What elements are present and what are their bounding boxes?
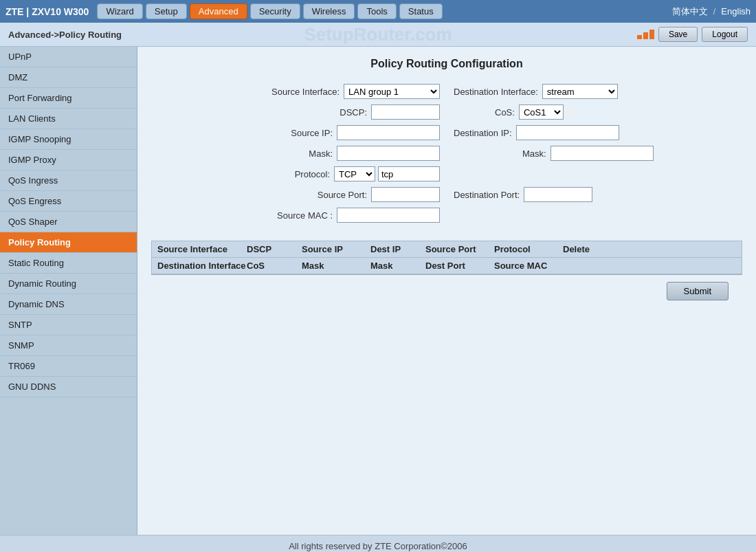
source-mac-row: Source MAC : <box>151 208 440 223</box>
nav-advanced[interactable]: Advanced <box>190 3 247 19</box>
sidebar-item-policy-routing[interactable]: Policy Routing <box>0 232 137 253</box>
dest-port-row: Destination Port: <box>454 187 742 202</box>
dest-ip-label: Destination IP: <box>454 128 512 138</box>
th-dest-port: Dest Port <box>425 261 494 271</box>
sidebar-item-sntp[interactable]: SNTP <box>0 315 137 335</box>
sidebar-item-tr069[interactable]: TR069 <box>0 356 137 377</box>
source-ip-input[interactable] <box>337 125 440 140</box>
dest-ip-row: Destination IP: <box>454 125 742 140</box>
source-mask-row: Mask: <box>151 146 440 161</box>
th-dscp: DSCP <box>247 244 302 254</box>
cos-row: CoS: CoS1 CoS2 <box>454 104 742 120</box>
sidebar-item-dmz[interactable]: DMZ <box>0 67 137 88</box>
content-area: Policy Routing Configuration Source Inte… <box>137 47 756 535</box>
cos-select[interactable]: CoS1 CoS2 <box>519 104 564 120</box>
nav-tools[interactable]: Tools <box>357 3 396 19</box>
sidebar-item-qos-ingress[interactable]: QoS Ingress <box>0 170 137 191</box>
table-header: Source Interface DSCP Source IP Dest IP … <box>151 241 742 274</box>
dest-ip-input[interactable] <box>516 125 619 140</box>
brand-name: ZTE | ZXV10 W300 <box>5 6 89 17</box>
watermark: SetupRouter.com <box>304 24 452 45</box>
source-interface-label: Source Interface: <box>271 87 340 97</box>
th-source-interface: Source Interface <box>157 244 247 254</box>
protocol-text-input[interactable] <box>378 166 440 181</box>
form-right-col: Destination Interface: stream CoS: CoS1 … <box>454 84 742 228</box>
cos-label: CoS: <box>495 107 515 118</box>
sidebar-item-static-routing[interactable]: Static Routing <box>0 253 137 274</box>
breadcrumb: Advanced->Policy Routing <box>8 30 122 40</box>
sidebar-item-dynamic-routing[interactable]: Dynamic Routing <box>0 274 137 294</box>
th-mask1: Mask <box>302 261 370 271</box>
sidebar-item-port-forwarding[interactable]: Port Forwarding <box>0 88 137 109</box>
footer-text: All rights reserved by ZTE Corporation©2… <box>289 541 467 551</box>
form-section: Source Interface: LAN group 1 DSCP: Sour… <box>151 84 742 228</box>
nav-wireless[interactable]: Wireless <box>303 3 355 19</box>
nav-status[interactable]: Status <box>399 3 443 19</box>
main-layout: UPnP DMZ Port Forwarding LAN Clients IGM… <box>0 47 756 535</box>
form-left-col: Source Interface: LAN group 1 DSCP: Sour… <box>151 84 440 228</box>
source-interface-select[interactable]: LAN group 1 <box>344 84 440 99</box>
nav-security[interactable]: Security <box>250 3 300 19</box>
dscp-label: DSCP: <box>340 107 367 118</box>
nav-setup[interactable]: Setup <box>146 3 187 19</box>
lang-cn[interactable]: 简体中文 <box>672 5 708 18</box>
sidebar-item-igmp-snooping[interactable]: IGMP Snooping <box>0 129 137 150</box>
lang-en[interactable]: English <box>721 6 751 16</box>
page-title: Policy Routing Configuration <box>151 58 742 70</box>
dest-interface-select[interactable]: stream <box>542 84 618 99</box>
dest-interface-row: Destination Interface: stream <box>454 84 742 99</box>
footer: All rights reserved by ZTE Corporation©2… <box>0 535 756 552</box>
protocol-row: Protocol: TCP UDP <box>151 166 440 181</box>
submit-button[interactable]: Submit <box>667 282 729 300</box>
dest-mask-row: Mask: <box>454 146 742 161</box>
source-mask-label: Mask: <box>309 148 333 159</box>
table-header-row1: Source Interface DSCP Source IP Dest IP … <box>152 241 742 258</box>
th-mask2: Mask <box>370 261 425 271</box>
sidebar-item-qos-engress[interactable]: QoS Engress <box>0 191 137 212</box>
th-dest-interface: Destination Interface <box>157 261 247 271</box>
sidebar: UPnP DMZ Port Forwarding LAN Clients IGM… <box>0 47 137 535</box>
logout-button[interactable]: Logout <box>702 27 748 42</box>
th-source-mac: Source MAC <box>494 261 563 271</box>
sidebar-item-gnu-ddns[interactable]: GNU DDNS <box>0 377 137 397</box>
dest-port-label: Destination Port: <box>454 190 520 200</box>
sidebar-item-lan-clients[interactable]: LAN Clients <box>0 109 137 129</box>
th-empty <box>563 261 611 271</box>
th-protocol: Protocol <box>494 244 563 254</box>
dest-interface-label: Destination Interface: <box>454 87 538 97</box>
sidebar-item-snmp[interactable]: SNMP <box>0 335 137 356</box>
dscp-input[interactable] <box>371 104 440 120</box>
source-interface-row: Source Interface: LAN group 1 <box>151 84 440 99</box>
th-cos: CoS <box>247 261 302 271</box>
source-mac-input[interactable] <box>337 208 440 223</box>
save-button[interactable]: Save <box>658 27 698 42</box>
source-ip-label: Source IP: <box>291 128 333 138</box>
th-source-ip: Source IP <box>302 244 370 254</box>
nav-wizard[interactable]: Wizard <box>97 3 142 19</box>
second-bar: Advanced->Policy Routing SetupRouter.com… <box>0 23 756 47</box>
dest-port-input[interactable] <box>524 187 592 202</box>
sidebar-item-igmp-proxy[interactable]: IGMP Proxy <box>0 150 137 170</box>
language-selector: 简体中文 / English <box>672 5 751 18</box>
top-navigation: ZTE | ZXV10 W300 Wizard Setup Advanced S… <box>0 0 756 23</box>
th-delete: Delete <box>563 244 611 254</box>
sidebar-item-qos-shaper[interactable]: QoS Shaper <box>0 212 137 232</box>
source-ip-row: Source IP: <box>151 125 440 140</box>
table-header-row2: Destination Interface CoS Mask Mask Dest… <box>152 258 742 274</box>
signal-icon <box>637 30 654 39</box>
source-port-input[interactable] <box>371 187 440 202</box>
source-mask-input[interactable] <box>337 146 440 161</box>
source-port-label: Source Port: <box>318 190 367 200</box>
sidebar-item-upnp[interactable]: UPnP <box>0 47 137 67</box>
lang-separator: / <box>713 6 716 16</box>
th-source-port: Source Port <box>425 244 494 254</box>
dscp-row: DSCP: <box>151 104 440 120</box>
bottom-bar: Submit <box>151 274 742 307</box>
sidebar-item-dynamic-dns[interactable]: Dynamic DNS <box>0 294 137 315</box>
protocol-label: Protocol: <box>295 169 330 179</box>
dest-mask-input[interactable] <box>551 146 654 161</box>
dest-mask-label: Mask: <box>522 148 546 159</box>
th-dest-ip: Dest IP <box>370 244 425 254</box>
protocol-select[interactable]: TCP UDP <box>334 166 375 181</box>
source-port-row: Source Port: <box>151 187 440 202</box>
